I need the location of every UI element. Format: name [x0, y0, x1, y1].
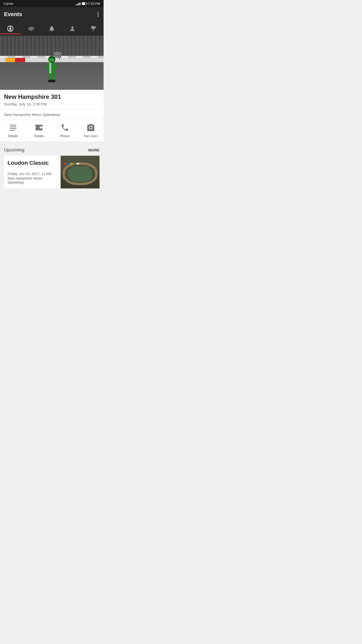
more-link[interactable]: MORE: [88, 148, 100, 152]
svg-rect-12: [10, 128, 16, 129]
upcoming-title: Upcoming: [4, 147, 24, 153]
tab-grid[interactable]: [21, 25, 41, 34]
tab-trophy[interactable]: [83, 25, 104, 34]
upcoming-event-card[interactable]: Loudon Classic Friday, Jun 16, 2017, 11 …: [4, 156, 100, 188]
grid-icon: [28, 25, 35, 32]
event-info: New Hampshire 301 Sunday, July 16, 2:00 …: [0, 90, 104, 109]
upcoming-event-venue: New Hampshire Motor Speedway: [8, 176, 57, 184]
tickets-label: Tickets: [34, 134, 44, 138]
trophy-icon: [90, 25, 97, 32]
upcoming-card-info: Loudon Classic Friday, Jun 16, 2017, 11 …: [4, 156, 61, 188]
event-datetime: Sunday, July 16, 2:00 PM: [4, 102, 100, 106]
details-icon: [8, 123, 18, 133]
featured-event-image: [0, 36, 104, 90]
svg-rect-11: [10, 127, 16, 127]
ticket-icon: [34, 123, 44, 133]
bell-icon: [48, 25, 55, 32]
phone-button[interactable]: Phone: [52, 123, 78, 138]
event-venue: New Hampshire Motor Speedway: [0, 109, 104, 120]
app-header: Events: [0, 7, 104, 22]
carrier-label: Carrier: [4, 2, 14, 6]
details-label: Details: [8, 134, 18, 138]
svg-line-4: [10, 29, 12, 31]
event-title: New Hampshire 301: [4, 93, 100, 100]
upcoming-event-image: [61, 156, 100, 188]
battery-icon: [82, 2, 86, 5]
tab-profile[interactable]: [62, 25, 83, 34]
svg-point-9: [71, 26, 74, 29]
fancam-button[interactable]: Fan Cam: [78, 123, 104, 138]
steering-wheel-icon: [7, 25, 14, 32]
fancam-label: Fan Cam: [84, 134, 97, 138]
signal-icon: [76, 2, 80, 5]
svg-point-1: [10, 28, 11, 30]
tab-alerts[interactable]: [41, 25, 62, 34]
upcoming-header: Upcoming MORE: [4, 147, 100, 153]
svg-rect-10: [10, 125, 16, 126]
phone-icon: [60, 123, 70, 133]
tickets-button[interactable]: Tickets: [26, 123, 52, 138]
page-title: Events: [4, 11, 22, 18]
main-content: New Hampshire 301 Sunday, July 16, 2:00 …: [0, 36, 104, 191]
time-label: 7:20 PM: [88, 2, 100, 6]
phone-label: Phone: [60, 134, 70, 138]
action-row: Details Tickets Phone: [0, 120, 104, 141]
tab-events[interactable]: [0, 25, 21, 34]
person-icon: [69, 25, 76, 32]
svg-line-3: [9, 29, 10, 31]
upcoming-event-title: Loudon Classic: [8, 160, 57, 166]
camera-icon: [86, 123, 96, 133]
status-bar: Carrier 7:20 PM: [0, 0, 104, 7]
featured-event-card: New Hampshire 301 Sunday, July 16, 2:00 …: [0, 36, 104, 141]
upcoming-section: Upcoming MORE Loudon Classic Friday, Jun…: [0, 144, 104, 191]
tab-bar: [0, 22, 104, 36]
details-button[interactable]: Details: [0, 123, 26, 138]
status-right: 7:20 PM: [76, 2, 100, 6]
svg-rect-13: [10, 130, 15, 131]
upcoming-event-date: Friday, Jun 16, 2017, 11 AM: [8, 172, 57, 176]
more-options-button[interactable]: [97, 11, 100, 18]
